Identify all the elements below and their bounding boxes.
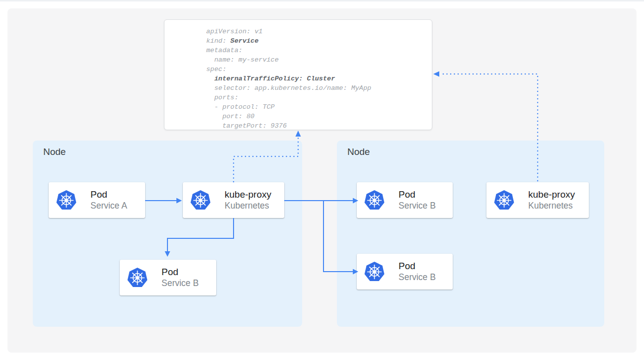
card-subtitle: Service B [161,278,199,289]
card-title: kube-proxy [225,189,271,200]
code-text: targetPort: 9376 [206,122,287,130]
top-divider-strip [0,0,644,1]
code-line: port: 80 [206,112,432,121]
code-text: selector: app.kubernetes.io/name: MyApp [206,84,371,92]
code-text [206,75,214,82]
code-line: - protocol: TCP [206,102,432,112]
kubernetes-icon [126,267,149,289]
pod-service-a-card: Pod Service A [49,182,145,218]
node-box-left: Node [33,141,302,327]
card-title: Pod [161,266,199,278]
card-title: Pod [399,260,436,272]
service-yaml-panel: apiVersion: v1 kind: Service metadata: n… [164,19,432,130]
code-line: selector: app.kubernetes.io/name: MyApp [206,83,432,93]
kube-proxy-left-card: kube-proxy Kubernetes [183,182,284,218]
code-text: - protocol: TCP [206,103,275,111]
kube-proxy-right-card: kube-proxy Kubernetes [486,182,589,218]
code-bold-text: Service [231,37,259,45]
pod-service-b-right-bottom-card: Pod Service B [357,254,453,290]
kubernetes-icon [493,189,515,212]
node-label: Node [347,146,370,157]
card-subtitle: Service A [90,200,127,212]
kubernetes-icon [363,189,386,212]
kubernetes-icon [189,189,212,212]
node-label: Node [43,146,66,157]
code-line: name: my-service [206,55,432,65]
code-line: targetPort: 9376 [206,121,432,131]
card-subtitle: Service B [399,272,436,283]
kubernetes-icon [363,261,386,283]
card-subtitle: Service B [399,200,436,212]
card-title: Pod [399,189,436,200]
node-box-right: Node [337,141,604,327]
code-line: apiVersion: v1 [206,27,432,36]
code-line: spec: [206,65,432,74]
pod-service-b-right-top-card: Pod Service B [357,182,453,218]
card-subtitle: Kubernetes [528,200,575,212]
code-line: metadata: [206,46,432,55]
code-line: kind: Service [206,36,432,46]
card-title: Pod [90,189,127,200]
card-title: kube-proxy [528,189,575,200]
code-text: apiVersion: v1 [206,28,262,35]
code-text: kind: [206,37,231,45]
card-subtitle: Kubernetes [225,200,271,212]
code-text: spec: [206,66,227,73]
code-bold-text: internalTrafficPolicy: Cluster [214,75,335,82]
code-line: internalTrafficPolicy: Cluster [206,74,432,83]
code-line: ports: [206,93,432,102]
code-text: metadata: [206,47,242,54]
pod-service-b-left-card: Pod Service B [120,260,216,295]
kubernetes-icon [55,189,78,212]
code-text: ports: [206,94,239,101]
code-text: name: my-service [206,56,279,64]
code-text: port: 80 [206,113,254,120]
